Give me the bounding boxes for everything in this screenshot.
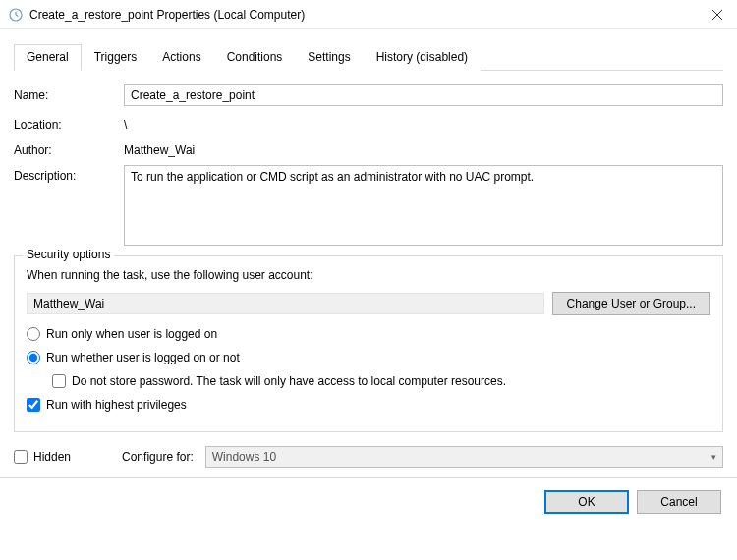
name-label: Name: <box>14 84 124 102</box>
description-label: Description: <box>14 165 124 183</box>
do-not-store-checkbox-input[interactable] <box>52 374 66 388</box>
tab-settings[interactable]: Settings <box>295 44 363 71</box>
dialog-footer: OK Cancel <box>0 477 737 526</box>
hidden-label: Hidden <box>33 450 71 464</box>
tab-actions[interactable]: Actions <box>149 44 213 71</box>
location-value: \ <box>124 114 127 132</box>
tab-triggers[interactable]: Triggers <box>82 44 150 71</box>
tab-general[interactable]: General <box>14 44 82 71</box>
tab-history[interactable]: History (disabled) <box>364 44 481 71</box>
hidden-checkbox-input[interactable] <box>14 450 28 464</box>
run-logged-on-label: Run only when user is logged on <box>46 327 217 341</box>
configure-for-value: Windows 10 <box>212 450 276 464</box>
run-highest-checkbox-input[interactable] <box>27 398 40 412</box>
run-highest-label: Run with highest privileges <box>46 398 187 412</box>
security-options-title: Security options <box>23 248 114 261</box>
security-options-group: Security options When running the task, … <box>14 255 723 432</box>
name-field[interactable] <box>124 84 723 106</box>
run-highest-checkbox[interactable]: Run with highest privileges <box>27 398 710 412</box>
run-whether-label: Run whether user is logged on or not <box>46 351 240 364</box>
do-not-store-label: Do not store password. The task will onl… <box>72 374 506 388</box>
run-logged-on-radio[interactable]: Run only when user is logged on <box>27 327 710 341</box>
user-account-field: Matthew_Wai <box>27 293 544 314</box>
close-button[interactable] <box>698 0 737 29</box>
run-whether-radio[interactable]: Run whether user is logged on or not <box>27 351 710 364</box>
when-running-label: When running the task, use the following… <box>27 268 710 282</box>
configure-for-select[interactable]: Windows 10 ▾ <box>205 446 723 468</box>
chevron-down-icon: ▾ <box>711 452 716 462</box>
ok-button[interactable]: OK <box>544 490 629 514</box>
location-label: Location: <box>14 114 124 132</box>
titlebar: Create_a_restore_point Properties (Local… <box>0 0 737 29</box>
description-field[interactable] <box>124 165 723 246</box>
tab-conditions[interactable]: Conditions <box>214 44 296 71</box>
run-logged-on-radio-input[interactable] <box>27 327 40 341</box>
hidden-checkbox[interactable]: Hidden <box>14 450 71 464</box>
run-whether-radio-input[interactable] <box>27 351 40 364</box>
svg-line-2 <box>16 15 19 17</box>
change-user-button[interactable]: Change User or Group... <box>552 292 710 315</box>
task-scheduler-icon <box>8 7 24 23</box>
author-value: Matthew_Wai <box>124 140 195 157</box>
dialog-content: General Triggers Actions Conditions Sett… <box>0 29 737 477</box>
configure-for-label: Configure for: <box>122 450 194 464</box>
author-label: Author: <box>14 140 124 157</box>
tab-bar: General Triggers Actions Conditions Sett… <box>14 43 723 71</box>
cancel-button[interactable]: Cancel <box>637 490 721 514</box>
do-not-store-checkbox[interactable]: Do not store password. The task will onl… <box>52 374 710 388</box>
window-title: Create_a_restore_point Properties (Local… <box>29 8 698 22</box>
bottom-row: Hidden Configure for: Windows 10 ▾ <box>14 446 723 468</box>
